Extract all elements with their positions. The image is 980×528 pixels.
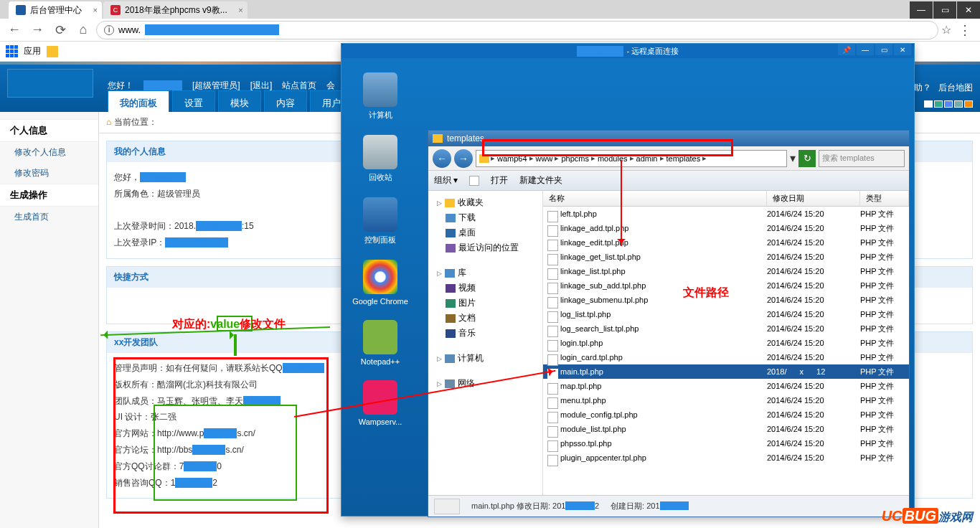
file-list: 名称 修改日期 类型 left.tpl.php2014/6/24 15:20PH… [543,191,909,495]
refresh-button[interactable]: ↻ [798,150,816,167]
browser-tab[interactable]: C 2018年最全phpcms v9教... × [103,1,248,19]
annotation-text: 文件路径 [683,286,729,301]
info-icon: i [104,25,114,35]
address-bar: ← → ⟳ ⌂ i www. x ☆ ⋮ [0,19,980,42]
file-row[interactable]: menu.tpl.php2014/6/24 15:20PHP 文件 [543,393,909,407]
close-icon[interactable]: × [238,6,242,14]
favicon-icon [16,5,26,15]
file-row[interactable]: map.tpl.php2014/6/24 15:20PHP 文件 [543,379,909,393]
redacted: x [143,80,182,90]
rdp-titlebar[interactable]: x- 远程桌面连接 📌 — ▭ ✕ [341,44,914,58]
back-button[interactable]: ← [4,20,24,40]
file-row[interactable]: linkage_add.tpl.php2014/6/24 15:20PHP 文件 [543,221,909,235]
desktop-icons: 计算机 回收站 控制面板 Google Chrome Notepad++ Wam… [352,72,409,440]
back-button[interactable]: ← [433,149,451,168]
browser-tab[interactable]: 后台管理中心 × [9,1,102,19]
sidebar-header: 个人信息 [0,119,98,142]
new-folder-button[interactable]: 新建文件夹 [519,174,562,187]
annotation-arrow [234,334,237,356]
folder-tree[interactable]: 收藏夹 下载 桌面 最近访问的位置 库 视频 图片 文档 音乐 计算机 网络 [428,191,543,495]
file-row[interactable]: phpsso.tpl.php2014/6/24 15:20PHP 文件 [543,436,909,451]
sidebar-item-generate[interactable]: 生成首页 [0,207,98,227]
maximize-button[interactable]: ▭ [933,1,956,19]
explorer-toolbar: 组织 ▾ 打开 新建文件夹 [428,171,909,191]
maximize-button[interactable]: ▭ [875,44,892,55]
folder-icon [433,134,443,143]
file-row[interactable]: plugin_appcenter.tpl.php2014/6/24 15:20P… [543,451,909,465]
theme-colors[interactable] [924,100,973,108]
notepad-icon[interactable]: Notepad++ [352,320,409,366]
sidebar-item-profile[interactable]: 修改个人信息 [0,142,98,163]
column-headers[interactable]: 名称 修改日期 类型 [543,191,909,207]
sidebar-header: 生成操作 [0,184,98,207]
watermark: UCBUG游戏网 [882,508,973,525]
close-button[interactable]: ✕ [957,1,980,19]
file-icon [469,176,479,186]
close-button[interactable]: ✕ [894,44,911,55]
favicon-icon: C [110,5,121,15]
control-panel-icon[interactable]: 控制面板 [352,197,409,245]
file-row[interactable]: left.tpl.php2014/6/24 15:20PHP 文件 [543,207,909,221]
file-row[interactable]: main.tpl.php2018/x12PHP 文件 [543,364,909,379]
pin-icon[interactable]: 📌 [838,44,855,55]
tab-title: 后台管理中心 [30,4,82,16]
sitemap-link[interactable]: 后台地图 [938,82,973,94]
recycle-icon[interactable]: 回收站 [352,135,409,183]
home-button[interactable]: ⌂ [73,20,93,40]
chrome-icon[interactable]: Google Chrome [352,260,409,306]
open-button[interactable]: 打开 [491,174,508,187]
minimize-button[interactable]: — [910,1,933,19]
reload-button[interactable]: ⟳ [50,20,70,40]
minimize-button[interactable]: — [857,44,874,55]
file-preview-icon [434,499,460,514]
tab-title: 2018年最全phpcms v9教... [125,4,227,16]
role-text: [超级管理员] [192,80,240,92]
file-row[interactable]: log_list.tpl.php2014/6/24 15:20PHP 文件 [543,307,909,321]
path-breadcrumb[interactable]: ▸ wamp64 ▸ www ▸ phpcms ▸ modules ▸ admi… [476,150,787,167]
file-row[interactable]: linkage_list.tpl.php2014/6/24 15:20PHP 文… [543,264,909,278]
annotation-arrow [621,160,622,246]
folder-icon[interactable] [47,46,58,57]
organize-menu[interactable]: 组织 ▾ [434,174,458,187]
home-icon: ⌂ [106,117,111,127]
computer-icon[interactable]: 计算机 [352,72,409,121]
menu-icon[interactable]: ⋮ [954,22,976,38]
file-row[interactable]: module_list.tpl.php2014/6/24 15:20PHP 文件 [543,422,909,436]
file-row[interactable]: login_card.tpl.php2014/6/24 15:20PHP 文件 [543,350,909,364]
sidebar-item-password[interactable]: 修改密码 [0,163,98,184]
forward-button[interactable]: → [27,20,47,40]
sidebar: 个人信息 修改个人信息 修改密码 生成操作 生成首页 [0,112,99,528]
explorer-window: templates ← → ▸ wamp64 ▸ www ▸ phpcms ▸ … [428,130,910,517]
bookmark-icon[interactable]: ☆ [941,23,951,37]
explorer-nav: ← → ▸ wamp64 ▸ www ▸ phpcms ▸ modules ▸ … [428,146,909,171]
logout-link[interactable]: [退出] [250,80,273,92]
file-row[interactable]: login.tpl.php2014/6/24 15:20PHP 文件 [543,336,909,350]
search-input[interactable]: 搜索 templates [819,150,905,167]
window-title: templates [447,133,484,143]
wamp-icon[interactable]: Wampserv... [352,380,409,426]
file-row[interactable]: linkage_edit.tpl.php2014/6/24 15:20PHP 文… [543,235,909,250]
member-link[interactable]: 会 [326,80,335,92]
url-input[interactable]: i www. x [96,21,938,39]
remote-desktop-window: x- 远程桌面连接 📌 — ▭ ✕ 计算机 回收站 控制面板 Google Ch… [341,43,915,517]
url-text: www. [118,24,141,35]
tabs-bar: 后台管理中心 × C 2018年最全phpcms v9教... × — ▭ ✕ [0,0,980,19]
explorer-titlebar[interactable]: templates [428,131,909,146]
site-home-link[interactable]: 站点首页 [282,80,316,92]
status-bar: main.tpl.php 修改日期: 201xxx2 创建日期: 201xxx [428,495,909,517]
close-icon[interactable]: × [93,6,98,14]
logo [7,69,93,98]
forward-button[interactable]: → [454,149,473,168]
greeting-text: 您好！ [108,80,133,92]
file-row[interactable]: log_search_list.tpl.php2014/6/24 15:20PH… [543,321,909,336]
file-row[interactable]: module_config.tpl.php2014/6/24 15:20PHP … [543,407,909,422]
apps-label[interactable]: 应用 [24,45,41,57]
apps-icon[interactable] [6,45,18,57]
file-row[interactable]: linkage_get_list.tpl.php2014/6/24 15:20P… [543,250,909,264]
redacted: x [145,24,279,35]
